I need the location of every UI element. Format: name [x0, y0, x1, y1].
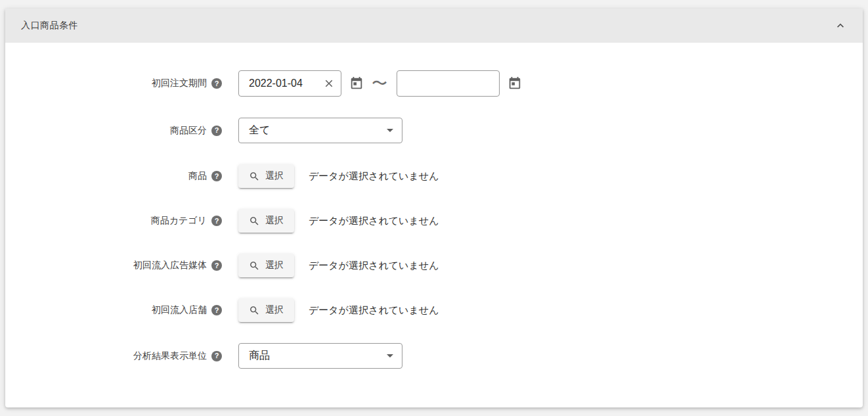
clear-start-date-icon[interactable]: [321, 76, 337, 91]
product-category-status-text: データが選択されていません: [309, 215, 439, 227]
panel-body: 初回注文期間 ? 〜: [5, 43, 863, 369]
form-row-first-inflow-ad-media: 初回流入広告媒体 ? 選択 データが選択されていません: [5, 254, 863, 277]
first-inflow-store-select-button-label: 選択: [265, 304, 284, 316]
chevron-down-icon: [387, 354, 393, 358]
first-inflow-ad-media-status-text: データが選択されていません: [309, 260, 439, 272]
product-status-text: データが選択されていません: [309, 170, 439, 183]
help-icon[interactable]: ?: [211, 126, 222, 136]
form-row-first-order-period: 初回注文期間 ? 〜: [5, 70, 863, 97]
product-select-button[interactable]: 選択: [238, 164, 294, 188]
help-icon[interactable]: ?: [211, 305, 222, 315]
first-inflow-store-status-text: データが選択されていません: [309, 304, 439, 317]
analysis-result-unit-value: 商品: [249, 349, 270, 363]
product-select-button-label: 選択: [265, 170, 284, 182]
search-icon: [249, 305, 260, 316]
date-range-separator: 〜: [372, 73, 387, 94]
chevron-down-icon: [387, 129, 393, 132]
first-inflow-ad-media-select-button-label: 選択: [265, 260, 284, 271]
start-date-field: [238, 70, 341, 97]
analysis-result-unit-select[interactable]: 商品: [238, 343, 402, 369]
product-category-select-button-label: 選択: [265, 215, 284, 227]
first-inflow-store-select-button[interactable]: 選択: [238, 298, 294, 322]
panel-title: 入口商品条件: [21, 20, 78, 32]
entry-product-conditions-panel: 入口商品条件 初回注文期間 ? 〜: [5, 9, 863, 407]
end-date-field: [397, 70, 500, 97]
first-inflow-ad-media-select-button[interactable]: 選択: [238, 254, 294, 277]
form-row-product-classification: 商品区分 ? 全て: [5, 118, 863, 143]
product-category-label: 商品カテゴリ: [151, 215, 207, 227]
form-row-analysis-result-unit: 分析結果表示単位 ? 商品: [5, 343, 863, 369]
search-icon: [249, 260, 260, 271]
analysis-result-unit-label: 分析結果表示単位: [133, 350, 207, 362]
search-icon: [249, 171, 260, 182]
product-classification-select[interactable]: 全て: [238, 118, 402, 143]
first-order-period-label: 初回注文期間: [152, 78, 207, 89]
chevron-up-icon[interactable]: [834, 19, 847, 32]
first-inflow-store-label: 初回流入店舗: [152, 304, 207, 316]
start-date-calendar-icon[interactable]: [347, 74, 366, 93]
end-date-calendar-icon[interactable]: [505, 74, 525, 93]
panel-header[interactable]: 入口商品条件: [5, 9, 863, 43]
form-row-first-inflow-store: 初回流入店舗 ? 選択 データが選択されていません: [5, 298, 863, 322]
product-classification-label: 商品区分: [170, 125, 207, 137]
search-icon: [249, 216, 260, 227]
end-date-input[interactable]: [397, 71, 499, 96]
help-icon[interactable]: ?: [211, 171, 222, 181]
help-icon[interactable]: ?: [211, 78, 222, 89]
product-classification-value: 全て: [249, 124, 270, 137]
help-icon[interactable]: ?: [211, 351, 222, 361]
first-inflow-ad-media-label: 初回流入広告媒体: [133, 260, 207, 271]
help-icon[interactable]: ?: [211, 260, 222, 271]
form-row-product: 商品 ? 選択 データが選択されていません: [5, 164, 863, 188]
help-icon[interactable]: ?: [211, 216, 222, 226]
product-category-select-button[interactable]: 選択: [238, 209, 294, 233]
form-row-product-category: 商品カテゴリ ? 選択 データが選択されていません: [5, 209, 863, 233]
product-label: 商品: [188, 170, 207, 182]
